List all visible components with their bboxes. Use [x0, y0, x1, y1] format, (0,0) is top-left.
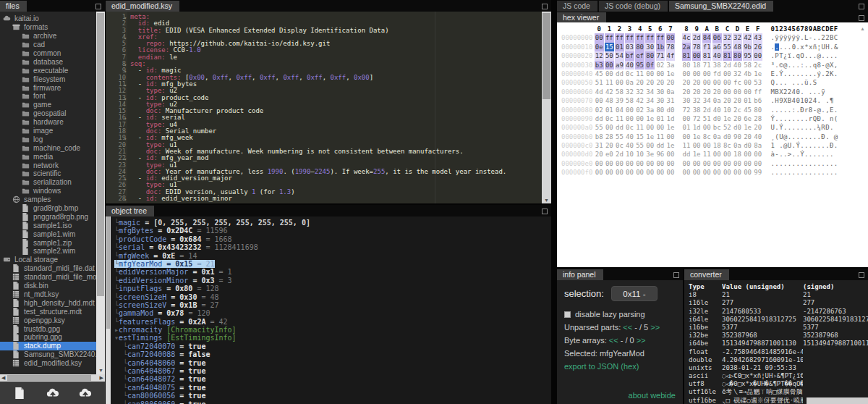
code-editor[interactable]: 1▾234▾5678▾9▾1011▾1213▾141516▾171819▾202…	[106, 12, 551, 203]
hex-byte[interactable]: 18	[712, 141, 722, 150]
object-tree-row-productCode[interactable]: └productCode = 0x684 = 1668	[106, 235, 551, 243]
hex-byte[interactable]: 32	[625, 88, 634, 96]
tab-samsung-smbx2240-edid[interactable]: Samsung_SMBX2240.edid	[669, 1, 773, 12]
file-tree-item-pnggrad8rgb-png[interactable]: pnggrad8rgb.png	[0, 212, 96, 221]
hex-byte[interactable]: 40	[753, 132, 762, 141]
hex-byte[interactable]: 0a	[712, 132, 722, 141]
hex-byte[interactable]: 78	[692, 43, 702, 51]
hex-byte[interactable]: 20	[595, 150, 604, 159]
selection-input[interactable]: 0x11 -	[611, 286, 658, 301]
hex-byte[interactable]: 80	[645, 51, 655, 60]
export-hex-link[interactable]: (hex)	[621, 362, 639, 371]
hex-byte[interactable]: 1e	[666, 123, 676, 132]
hex-byte[interactable]: 42	[605, 88, 614, 96]
hex-byte[interactable]: 00	[702, 123, 712, 132]
file-tree-item-local-storage[interactable]: Local storage	[0, 256, 96, 264]
hex-byte[interactable]: 02	[595, 106, 604, 114]
file-tree-item-windows[interactable]: windows	[0, 187, 96, 195]
hex-byte[interactable]: bf	[625, 51, 634, 60]
hex-byte[interactable]: 6e	[743, 114, 752, 123]
hex-ascii[interactable]: .H9XB401024. .¶	[771, 96, 834, 105]
hex-byte[interactable]: 84	[702, 33, 712, 42]
hex-byte[interactable]: 20	[605, 141, 614, 150]
file-tree-item-samsung-smbx2240-edid[interactable]: Samsung_SMBX2240.edid	[0, 350, 96, 359]
hex-byte[interactable]: 0e	[595, 43, 604, 51]
hex-byte[interactable]: 00	[605, 61, 614, 70]
file-tree-item-trustdb-gpg[interactable]: trustdb.gpg	[0, 324, 96, 333]
hex-byte[interactable]: b6	[753, 96, 762, 105]
files-vscroll-thumb[interactable]	[97, 13, 104, 296]
hex-byte[interactable]: 00	[753, 159, 762, 168]
hex-byte[interactable]: 01	[605, 106, 614, 114]
hex-byte[interactable]: 00	[615, 159, 624, 168]
byte-arrays-prev-link[interactable]: <<	[609, 336, 618, 345]
file-tree-item-archive[interactable]: archive	[0, 32, 96, 41]
hex-byte[interactable]: 00	[656, 168, 665, 177]
hex-byte[interactable]: 00	[635, 168, 644, 177]
hex-byte[interactable]: 20	[692, 88, 702, 96]
hex-byte[interactable]: 0a	[625, 78, 634, 87]
hex-byte[interactable]: 00	[723, 88, 732, 96]
hex-byte[interactable]: 15	[635, 132, 644, 141]
file-tree-item-test-structure-mdt[interactable]: test_structure.mdt	[0, 307, 96, 316]
hex-byte[interactable]: 00	[712, 168, 722, 177]
hex-byte[interactable]: 00	[656, 123, 665, 132]
hex-byte[interactable]: 38	[692, 106, 702, 114]
object-tree-row-can80060056[interactable]: └can80060056 = true	[106, 392, 551, 400]
hex-byte[interactable]: 42	[743, 33, 752, 42]
file-tree-item-serialization[interactable]: serialization	[0, 178, 96, 187]
hex-byte[interactable]: 00	[702, 168, 712, 177]
hex-byte[interactable]: 34	[645, 96, 655, 105]
hex-byte[interactable]: 00	[692, 141, 702, 150]
hex-ascii[interactable]: Ý........rQÐ. n(	[771, 114, 838, 123]
hex-byte[interactable]: 00	[702, 159, 712, 168]
hex-byte[interactable]: 32	[635, 88, 644, 96]
file-tree-item-standard-midi-file-modified-k[interactable]: standard_midi_file_modified.k	[0, 273, 96, 282]
hex-byte[interactable]: 00	[692, 168, 702, 177]
tab-js-code-debug-[interactable]: JS code (debug)	[599, 1, 668, 12]
hex-byte[interactable]: 30	[645, 43, 655, 51]
hex-byte[interactable]: 11	[635, 70, 644, 78]
hex-ascii[interactable]: .PT¿ï.qO...@....	[771, 51, 838, 60]
hex-byte[interactable]: 1d	[666, 114, 676, 123]
hex-byte[interactable]: 2d	[723, 61, 732, 70]
hex-byte[interactable]: 45	[743, 106, 752, 114]
hex-byte[interactable]: 11	[605, 78, 614, 87]
hex-byte[interactable]: 00	[635, 159, 644, 168]
hex-byte[interactable]: 2d	[615, 150, 624, 159]
hex-ascii[interactable]: U.Ý........¼RÐ.	[771, 123, 834, 132]
hex-byte[interactable]: 00	[625, 114, 634, 123]
editor-vertical-scrollbar[interactable]: ▼	[542, 12, 551, 203]
file-tree-item-edid-modified-ksy[interactable]: edid_modified.ksy	[0, 359, 96, 368]
hex-byte[interactable]: 28	[605, 132, 614, 141]
converter-horizontal-scrollbar[interactable]	[807, 397, 868, 404]
hex-byte[interactable]: 0f	[645, 61, 655, 70]
hex-byte[interactable]: 00	[743, 88, 752, 96]
hex-byte[interactable]: 20	[682, 88, 692, 96]
object-tree-row-estTimings[interactable]: ▾estTimings [EstTimingsInfo]	[106, 334, 551, 342]
hex-byte[interactable]: 01	[615, 43, 624, 51]
hex-byte[interactable]: 40	[625, 61, 634, 70]
hex-byte[interactable]: 20	[733, 96, 742, 105]
hex-byte[interactable]: 00	[615, 168, 624, 177]
object-tree-row-mfgBytes[interactable]: └mfgBytes = 0x2D4C = 11596	[106, 227, 551, 235]
files-horizontal-scrollbar[interactable]: ◀ ▶	[0, 374, 105, 382]
hex-byte[interactable]: 2d	[702, 106, 712, 114]
hex-byte[interactable]: 00	[682, 114, 692, 123]
file-tree-item-sample2-wim[interactable]: sample2.wim	[0, 247, 96, 256]
hex-byte[interactable]: 00	[605, 123, 614, 132]
hex-byte[interactable]: 96	[656, 150, 665, 159]
hex-byte[interactable]: 00	[712, 159, 722, 168]
hex-byte[interactable]: 10	[723, 106, 732, 114]
hex-byte[interactable]: 00	[666, 132, 676, 141]
hex-byte[interactable]: 78	[666, 43, 676, 51]
hex-byte[interactable]: 00	[702, 70, 712, 78]
hex-ascii[interactable]: ................	[771, 168, 838, 177]
hex-byte[interactable]: 34	[645, 88, 655, 96]
hex-byte[interactable]: 20	[635, 78, 644, 87]
hex-byte[interactable]: 1e	[666, 141, 676, 150]
hex-byte[interactable]: 20	[743, 132, 752, 141]
hex-viewer-maximize-icon[interactable]	[859, 15, 864, 21]
hex-byte[interactable]: 1e	[723, 114, 732, 123]
file-tree-item-sample1-iso[interactable]: sample1.iso	[0, 221, 96, 230]
